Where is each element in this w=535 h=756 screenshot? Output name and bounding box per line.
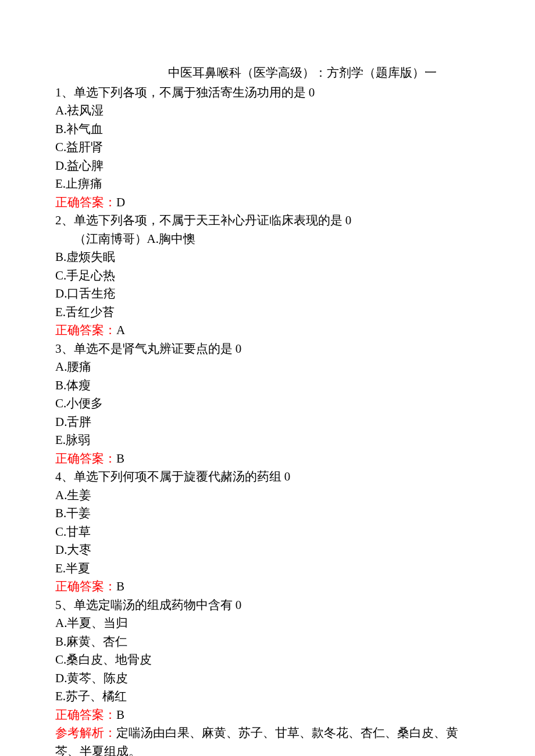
- answer-label: 正确答案：: [55, 579, 116, 593]
- option-b: B.补气血: [55, 120, 480, 139]
- option-d: D.益心脾: [55, 157, 480, 175]
- answer-line: 正确答案：B: [55, 450, 480, 468]
- answer-line: 正确答案：A: [55, 321, 480, 340]
- answer-label: 正确答案：: [55, 195, 116, 209]
- analysis-line: 参考解析：定喘汤由白果、麻黄、苏子、甘草、款冬花、杏仁、桑白皮、黄芩、半夏组成。: [55, 724, 480, 756]
- question-4: 4、单选下列何项不属于旋覆代赭汤的药组 0 A.生姜 B.干姜 C.甘草 D.大…: [55, 468, 480, 596]
- answer-line: 正确答案：D: [55, 194, 480, 212]
- answer-value: A: [116, 323, 125, 337]
- option-b: B.虚烦失眠: [55, 248, 480, 267]
- option-a: A.半夏、当归: [55, 614, 480, 633]
- answer-value: B: [116, 452, 124, 465]
- option-d: D.黄芩、陈皮: [55, 669, 480, 688]
- extra-line: （江南博哥）A.胸中懊: [55, 230, 480, 249]
- page-title: 中医耳鼻喉科（医学高级）：方剂学（题库版）一: [55, 64, 480, 83]
- question-5: 5、单选定喘汤的组成药物中含有 0 A.半夏、当归 B.麻黄、杏仁 C.桑白皮、…: [55, 596, 480, 757]
- option-b: B.干姜: [55, 504, 480, 523]
- option-e: E.半夏: [55, 560, 480, 578]
- question-stem: 4、单选下列何项不属于旋覆代赭汤的药组 0: [55, 468, 480, 486]
- answer-line: 正确答案：B: [55, 706, 480, 725]
- option-e: E.舌红少苔: [55, 303, 480, 322]
- option-c: C.甘草: [55, 523, 480, 542]
- option-a: A.生姜: [55, 486, 480, 505]
- answer-value: B: [116, 579, 124, 593]
- option-d: D.大枣: [55, 541, 480, 560]
- option-b: B.麻黄、杏仁: [55, 633, 480, 651]
- question-stem: 3、单选不是肾气丸辨证要点的是 0: [55, 340, 480, 359]
- option-c: C.桑白皮、地骨皮: [55, 651, 480, 669]
- option-c: C.小便多: [55, 395, 480, 413]
- question-1: 1、单选下列各项，不属于独活寄生汤功用的是 0 A.祛风湿 B.补气血 C.益肝…: [55, 84, 480, 212]
- question-stem: 1、单选下列各项，不属于独活寄生汤功用的是 0: [55, 84, 480, 102]
- option-c: C.益肝肾: [55, 138, 480, 157]
- question-stem: 2、单选下列各项，不属于天王补心丹证临床表现的是 0: [55, 212, 480, 230]
- answer-label: 正确答案：: [55, 708, 116, 722]
- option-a: A.祛风湿: [55, 102, 480, 120]
- answer-label: 正确答案：: [55, 452, 116, 465]
- option-d: D.口舌生疮: [55, 285, 480, 303]
- option-b: B.体瘦: [55, 377, 480, 395]
- question-3: 3、单选不是肾气丸辨证要点的是 0 A.腰痛 B.体瘦 C.小便多 D.舌胖 E…: [55, 340, 480, 468]
- answer-label: 正确答案：: [55, 323, 116, 337]
- question-2: 2、单选下列各项，不属于天王补心丹证临床表现的是 0 （江南博哥）A.胸中懊 B…: [55, 212, 480, 340]
- option-d: D.舌胖: [55, 413, 480, 432]
- question-stem: 5、单选定喘汤的组成药物中含有 0: [55, 596, 480, 615]
- option-a: A.腰痛: [55, 358, 480, 377]
- answer-value: D: [116, 195, 125, 209]
- analysis-label: 参考解析：: [55, 726, 116, 740]
- option-c: C.手足心热: [55, 267, 480, 285]
- option-e: E.苏子、橘红: [55, 687, 480, 706]
- option-e: E.脉弱: [55, 431, 480, 450]
- option-e: E.止痹痛: [55, 175, 480, 194]
- answer-value: B: [116, 708, 124, 722]
- answer-line: 正确答案：B: [55, 578, 480, 596]
